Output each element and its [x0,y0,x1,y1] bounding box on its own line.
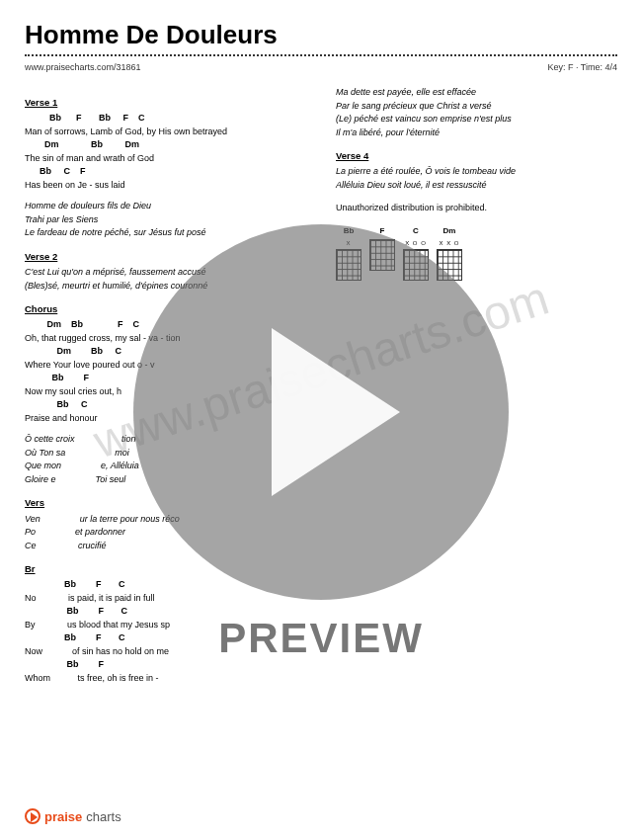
translation-line: Ce crucifié [25,540,306,553]
left-column: Verse 1 Bb F Bb F C Man of sorrows, Lamb… [25,86,306,685]
fretboard-icon [437,249,462,281]
distribution-note: Unauthorized distribution is prohibited. [336,202,617,215]
translation-line: Par le sang précieux que Christ a versé [336,100,617,114]
chord-diagram-dm: Dm X X O [437,225,462,282]
chord-line: Bb F C [25,578,306,592]
chord-line: Bb F Bb F C [25,112,306,126]
lyric-line: Whom ts free, oh is free in - [25,672,306,686]
fretboard-icon [403,249,429,281]
source-url: www.praisecharts.com/31861 [25,62,141,72]
verse1-head: Verse 1 [25,96,306,110]
translation-line: Ô cette croix tion [25,433,306,447]
translation-line: Ma dette est payée, elle est effacée [336,86,617,100]
chord-fingering: X X O [437,239,462,248]
meta-row: www.praisecharts.com/31861 Key: F · Time… [25,62,617,72]
chord-label: F [369,225,395,237]
key-time: Key: F · Time: 4/4 [547,62,617,72]
translation-line: La pierre a été roulée, Ô vois le tombea… [336,165,617,179]
brand-word1: praise [44,809,82,824]
chord-label: Dm [437,225,462,237]
right-column: Ma dette est payée, elle est effacée Par… [336,86,617,685]
lyric-line: Where Your love poured out o - v [25,359,306,373]
fretboard-icon [336,249,361,281]
verse2-head: Verse 2 [25,250,306,264]
translation-line: Trahi par les Siens [25,213,306,227]
footer-brand: praisecharts [25,808,121,824]
lyric-line: Praise and honour [25,412,306,426]
lyric-line: The sin of man and wrath of God [25,152,306,166]
lyric-line: Man of sorrows, Lamb of God, by His own … [25,126,306,139]
chord-diagram-bb: Bb X [336,225,361,282]
translation-line: (Bles)sé, meurtri et humilié, d'épines c… [25,280,306,294]
chord-label: C [403,225,429,237]
translation-line: Que mon e, Alléluia [25,460,306,473]
translation-line: Le fardeau de notre péché, sur Jésus fut… [25,226,306,240]
chord-diagram-f: F [369,225,395,282]
chord-line: Dm Bb F C [25,318,306,332]
play-logo-icon [25,808,40,824]
chord-diagrams: Bb X F C X O O Dm X X O [336,225,617,282]
chorus-head: Chorus [25,302,306,316]
translation-line: Alléluia Dieu soit loué, il est ressusci… [336,179,617,193]
chord-label: Bb [336,225,361,237]
chord-fingering: X [336,239,361,248]
chord-diagram-c: C X O O [403,225,429,282]
lyric-line: No is paid, it is paid in full [25,592,306,606]
chord-line: Bb F [25,658,306,672]
translation-line: C'est Lui qu'on a méprisé, faussement ac… [25,266,306,280]
lyric-line: By us blood that my Jesus sp [25,619,306,632]
translation-line: Ven ur la terre pour nous réco [25,513,306,527]
verse4-head: Verse 4 [336,149,617,163]
brand-word2: charts [86,809,120,824]
verse3-head: Vers [25,496,306,510]
chord-line: Bb F [25,372,306,385]
translation-line: Gloire e Toi seul [25,473,306,487]
chord-line: Bb C [25,398,306,412]
page-title: Homme De Douleurs [25,20,617,50]
translation-line: Homme de douleurs fils de Dieu [25,200,306,213]
chord-line: Dm Bb C [25,345,306,359]
content-columns: Verse 1 Bb F Bb F C Man of sorrows, Lamb… [25,86,617,685]
bridge-head: Br [25,562,306,576]
fretboard-icon [369,239,395,271]
chord-line: Bb F C [25,631,306,645]
lyric-line: Now my soul cries out, h [25,385,306,399]
translation-line: Po et pardonner [25,526,306,540]
lyric-line: Now of sin has no hold on me [25,645,306,659]
translation-line: Il m'a libéré, pour l'éternité [336,126,617,140]
translation-line: (Le) péché est vaincu son emprise n'est … [336,113,617,126]
chord-line: Bb C F [25,165,306,179]
lyric-line: Oh, that rugged cross, my sal - va - tio… [25,332,306,346]
chord-line: Dm Bb Dm [25,138,306,152]
lyric-line: Has been on Je - sus laid [25,179,306,193]
chord-fingering: X O O [403,239,429,248]
divider [25,54,617,56]
translation-line: Où Ton sa moi [25,447,306,461]
chord-line: Bb F C [25,605,306,619]
